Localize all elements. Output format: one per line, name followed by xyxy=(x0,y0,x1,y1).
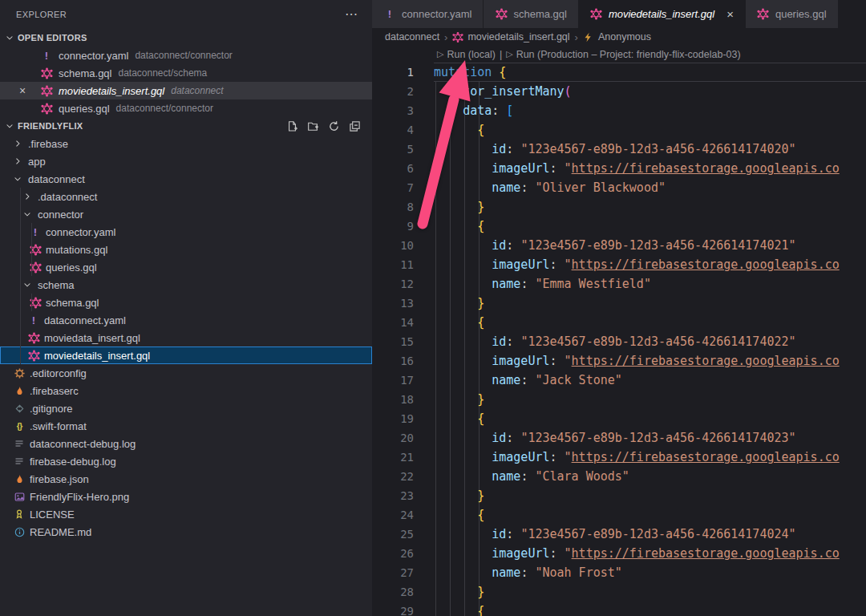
refresh-icon[interactable] xyxy=(327,120,340,132)
tree-item-.swift-format[interactable]: {}.swift-format xyxy=(0,417,372,435)
tree-item-README.md[interactable]: README.md xyxy=(0,523,372,541)
tab-queries.gql[interactable]: queries.gql xyxy=(746,0,838,28)
code-line-21[interactable]: imageUrl: "https://firebasestorage.googl… xyxy=(434,448,866,467)
open-editor-name: schema.gql xyxy=(59,67,111,79)
open-editors-list: !connector.yamldataconnect/connectorsche… xyxy=(0,47,372,117)
line-number: 14 xyxy=(372,313,414,332)
tree-item-dataconnect-debug.log[interactable]: dataconnect-debug.log xyxy=(0,435,372,452)
open-editor-connector.yaml[interactable]: !connector.yamldataconnect/connector xyxy=(0,47,372,64)
code-line-23[interactable]: } xyxy=(434,486,866,505)
tree-item-moviedata_insert.gql[interactable]: moviedata_insert.gql xyxy=(0,329,372,346)
code-line-22[interactable]: name: "Clara Woods" xyxy=(434,467,866,486)
collapse-all-icon[interactable] xyxy=(348,120,361,132)
tree-item-dataconnect[interactable]: dataconnect xyxy=(0,170,372,188)
code-line-16[interactable]: imageUrl: "https://firebasestorage.googl… xyxy=(434,351,866,371)
new-folder-icon[interactable] xyxy=(306,120,319,132)
line-number: 6 xyxy=(372,159,414,178)
tree-item-dataconnect.yaml[interactable]: !dataconnect.yaml xyxy=(0,311,372,329)
tree-item-label: .editorconfig xyxy=(30,367,87,379)
tree-item-.gitignore[interactable]: .gitignore xyxy=(0,399,372,417)
tree-item-.firebase[interactable]: .firebase xyxy=(0,135,372,152)
code-line-27[interactable]: name: "Noah Frost" xyxy=(434,563,866,582)
tree-item-LICENSE[interactable]: LICENSE xyxy=(0,505,372,523)
line-number: 10 xyxy=(372,236,414,255)
code-line-9[interactable]: { xyxy=(434,217,866,236)
code-line-13[interactable]: } xyxy=(434,294,866,313)
line-number: 7 xyxy=(372,178,414,197)
code-line-29[interactable]: { xyxy=(434,602,866,616)
line-number-gutter: 1234567891011121314151617181920212223242… xyxy=(372,63,414,616)
code-line-25[interactable]: id: "123e4567-e89b-12d3-a456-42661417402… xyxy=(434,525,866,544)
tree-item-connector.yaml[interactable]: !connector.yaml xyxy=(0,223,372,241)
code-line-8[interactable]: } xyxy=(434,197,866,217)
code-line-17[interactable]: name: "Jack Stone" xyxy=(434,371,866,390)
tree-item-firebase-debug.log[interactable]: firebase-debug.log xyxy=(0,452,372,470)
chevron-down-icon xyxy=(3,120,16,132)
code-line-28[interactable]: } xyxy=(434,582,866,602)
tree-item-firebase.json[interactable]: firebase.json xyxy=(0,470,372,488)
code-line-12[interactable]: name: "Emma Westfield" xyxy=(434,274,866,294)
tree-item-schema.gql[interactable]: schema.gql xyxy=(0,294,372,311)
code-line-5[interactable]: id: "123e4567-e89b-12d3-a456-42661417402… xyxy=(434,140,866,159)
run-local-link[interactable]: ▷ Run (local) xyxy=(437,49,496,60)
line-number: 4 xyxy=(372,120,414,140)
code-line-3[interactable]: data: [ xyxy=(434,101,866,120)
chevron-right-icon xyxy=(21,190,34,203)
project-label: FRIENDLYFLIX xyxy=(18,121,83,131)
open-editor-queries.gql[interactable]: queries.gqldataconnect/connector xyxy=(0,99,372,117)
code-line-18[interactable]: } xyxy=(434,390,866,409)
chevron-down-icon xyxy=(21,208,34,221)
more-actions-icon[interactable]: ⋯ xyxy=(345,8,358,21)
code-line-15[interactable]: id: "123e4567-e89b-12d3-a456-42661417402… xyxy=(434,332,866,351)
code-line-19[interactable]: { xyxy=(434,409,866,428)
tree-item-.dataconnect[interactable]: .dataconnect xyxy=(0,188,372,205)
tree-item-.editorconfig[interactable]: .editorconfig xyxy=(0,364,372,382)
tree-item-label: LICENSE xyxy=(30,509,75,521)
tree-item-FriendlyFlix-Hero.png[interactable]: FriendlyFlix-Hero.png xyxy=(0,488,372,505)
code-line-11[interactable]: imageUrl: "https://firebasestorage.googl… xyxy=(434,255,866,274)
line-number: 27 xyxy=(372,563,414,582)
open-editor-schema.gql[interactable]: schema.gqldataconnect/schema xyxy=(0,64,372,82)
vscode-window: EXPLORER ⋯ OPEN EDITORS !connector.yamld… xyxy=(0,0,866,616)
project-actions xyxy=(285,120,372,132)
tree-item-connector[interactable]: connector xyxy=(0,205,372,223)
code-line-10[interactable]: id: "123e4567-e89b-12d3-a456-42661417402… xyxy=(434,236,866,255)
info-file-icon xyxy=(13,525,26,538)
breadcrumb-item-Anonymous[interactable]: Anonymous xyxy=(583,31,651,43)
code-line-20[interactable]: id: "123e4567-e89b-12d3-a456-42661417402… xyxy=(434,428,866,448)
tab-moviedetails_insert.gql[interactable]: moviedetails_insert.gql× xyxy=(579,0,745,28)
open-editors-header[interactable]: OPEN EDITORS xyxy=(0,29,372,47)
code-area[interactable]: mutation { actor_insertMany( data: [ { i… xyxy=(434,63,866,616)
run-production-link[interactable]: ▷ Run (Production – Project: friendly-fl… xyxy=(506,49,740,60)
code-line-24[interactable]: { xyxy=(434,505,866,525)
explorer-title-bar: EXPLORER ⋯ xyxy=(0,0,372,29)
tree-item-label: schema.gql xyxy=(46,297,99,309)
tree-item-app[interactable]: app xyxy=(0,152,372,170)
code-line-6[interactable]: imageUrl: "https://firebasestorage.googl… xyxy=(434,159,866,178)
breadcrumb-item-moviedetails_insert.gql[interactable]: moviedetails_insert.gql xyxy=(452,31,569,43)
new-file-icon[interactable] xyxy=(285,120,298,132)
line-number: 26 xyxy=(372,544,414,563)
tree-item-queries.gql[interactable]: queries.gql xyxy=(0,258,372,276)
code-line-14[interactable]: { xyxy=(434,313,866,332)
line-number: 22 xyxy=(372,467,414,486)
code-line-2[interactable]: actor_insertMany( xyxy=(434,82,866,101)
open-editor-moviedetails_insert.gql[interactable]: ×moviedetails_insert.gqldataconnect xyxy=(0,82,372,99)
code-line-26[interactable]: imageUrl: "https://firebasestorage.googl… xyxy=(434,544,866,563)
project-header[interactable]: FRIENDLYFLIX xyxy=(0,117,372,135)
tree-item-schema[interactable]: schema xyxy=(0,276,372,294)
tree-item-mutations.gql[interactable]: mutations.gql xyxy=(0,241,372,258)
breadcrumb-item-dataconnect[interactable]: dataconnect xyxy=(385,31,439,43)
tree-item-moviedetails_insert.gql[interactable]: moviedetails_insert.gql xyxy=(0,346,372,364)
close-icon[interactable]: × xyxy=(726,8,734,20)
tree-item-label: dataconnect-debug.log xyxy=(30,438,136,450)
close-icon[interactable]: × xyxy=(16,84,29,97)
braces-file-icon: {} xyxy=(13,419,26,432)
tree-item-.firebaserc[interactable]: .firebaserc xyxy=(0,382,372,399)
code-line-4[interactable]: { xyxy=(434,120,866,140)
code-line-1[interactable]: mutation { xyxy=(434,63,866,82)
tab-connector.yaml[interactable]: !connector.yaml xyxy=(372,0,483,28)
tab-schema.gql[interactable]: schema.gql xyxy=(484,0,577,28)
code-line-7[interactable]: name: "Oliver Blackwood" xyxy=(434,178,866,197)
tree-item-label: .swift-format xyxy=(30,420,87,432)
